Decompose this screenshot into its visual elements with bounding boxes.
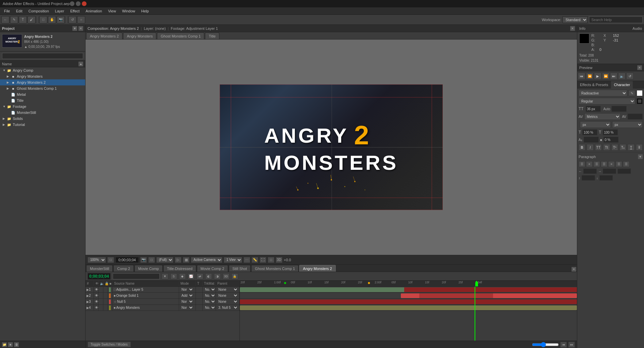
search-help-input[interactable] — [589, 16, 643, 23]
preview-first-frame[interactable]: ⏮ — [578, 73, 585, 79]
camera-select[interactable]: Active Camera — [191, 257, 222, 263]
font-color-btn[interactable] — [637, 90, 643, 96]
layer-2-tabmat[interactable]: No... — [203, 293, 216, 298]
tool-brush[interactable]: 🖌 — [28, 16, 36, 23]
layer-2-parent[interactable]: None — [216, 293, 239, 298]
menu-effect[interactable]: Effect — [67, 8, 82, 14]
timeline-search[interactable] — [113, 273, 160, 279]
preview-last-frame[interactable]: ⏭ — [610, 73, 618, 79]
layer-3-tabmat-select[interactable]: No... — [204, 299, 216, 304]
snapshot-btn[interactable]: 📷 — [140, 257, 147, 263]
menu-composition[interactable]: Composition — [26, 8, 52, 14]
tl-motion-blur[interactable]: ◐ — [205, 273, 212, 279]
tree-monsterstill[interactable]: 📄 MonsterStill — [0, 110, 85, 116]
layer-row-4[interactable]: ▶ 4 👁 ■ Angry Monsters — [86, 305, 239, 311]
layer-row-1[interactable]: ▶ 1 👁 □ Adjustm... Layer 5 — [86, 287, 239, 293]
paragraph-collapse[interactable]: ▼ — [638, 154, 643, 159]
tab-angry-monsters[interactable]: Angry Monsters — [123, 32, 156, 39]
preview-prev-frame[interactable]: ⏪ — [586, 73, 593, 79]
menu-help[interactable]: Help — [139, 8, 152, 14]
tree-footage[interactable]: ▼ 📁 Footage — [0, 103, 85, 110]
layer-4-mode[interactable]: Nor — [179, 305, 196, 310]
tl-expand-btn[interactable]: ▼ — [162, 273, 168, 279]
zoom-select[interactable]: 100% — [88, 257, 106, 263]
layer-2-tabmat-select[interactable]: No... — [204, 293, 216, 298]
layer-4-label[interactable] — [108, 305, 113, 310]
layer-4-mode-select[interactable]: Nor — [180, 305, 194, 310]
tracking-select[interactable]: Metrics — [584, 113, 621, 120]
align-left[interactable]: ☰ — [579, 161, 585, 167]
scale-v-input[interactable] — [603, 129, 618, 135]
go-to-end-btn[interactable]: ⏭ — [568, 342, 575, 348]
layer-4-parent[interactable]: 3. Null 5 — [216, 305, 239, 310]
layer-1-parent[interactable]: None — [216, 287, 239, 292]
auto-leading-input[interactable] — [611, 106, 627, 112]
project-search-input[interactable] — [2, 53, 83, 59]
menu-window[interactable]: Window — [119, 8, 138, 14]
tl-tab-angry-monsters-2[interactable]: Angry Monsters 2 — [299, 265, 335, 272]
layer-1-vis[interactable]: 👁 — [94, 287, 99, 292]
layer-2-vis[interactable]: 👁 — [94, 293, 99, 298]
project-new-comp[interactable]: ■ — [8, 342, 13, 347]
indent-left-input[interactable] — [583, 168, 597, 174]
tl-graph-editor[interactable]: 📈 — [188, 273, 195, 279]
tool-text[interactable]: T — [19, 16, 27, 23]
justify-left[interactable]: ☰ — [601, 161, 607, 167]
minimize-button[interactable] — [70, 1, 74, 6]
tool-pen[interactable]: ✎ — [10, 16, 18, 23]
tool-rotate[interactable]: ↺ — [68, 16, 76, 23]
font-select[interactable]: Radioactive — [579, 90, 627, 96]
layer-1-label[interactable] — [108, 287, 113, 292]
project-new-folder[interactable]: 📁 — [2, 342, 7, 347]
all-caps-btn[interactable]: TT — [595, 144, 602, 151]
tree-title[interactable]: 📄 Title — [0, 97, 85, 103]
superscript-btn[interactable]: Tⁿ — [611, 144, 618, 151]
tree-metal[interactable]: 📄 Metal — [0, 91, 85, 97]
unit-select[interactable]: px — [580, 121, 611, 128]
view-select[interactable]: 1 View — [224, 257, 242, 263]
layer-3-mode[interactable]: Nor — [179, 299, 196, 304]
tree-tutorial[interactable]: ▶ 📁 Tutorial — [0, 122, 85, 128]
menu-layer[interactable]: Layer — [52, 8, 67, 14]
layer-2-parent-select[interactable]: None — [217, 293, 238, 298]
layer-3-tabmat[interactable]: No... — [203, 299, 216, 304]
tl-draft-3d[interactable]: 3D — [223, 273, 229, 279]
preview-next-frame[interactable]: ⏩ — [602, 73, 609, 79]
tl-tab-ghost-monsters[interactable]: Ghost Monsters Comp 1 — [251, 265, 299, 272]
layer-row-3[interactable]: ▶ 3 👁 ☆ Null 5 — [86, 299, 239, 305]
layer-4-tabmat-select[interactable]: No... — [204, 305, 216, 310]
character-tab[interactable]: Character — [611, 81, 633, 88]
preview-audio-on[interactable]: 🔈 — [618, 73, 626, 79]
justify-center[interactable]: ≡ — [608, 161, 615, 167]
tl-solo-btn[interactable]: S — [170, 273, 177, 279]
indent-right-input[interactable] — [603, 168, 616, 174]
tsume-input[interactable] — [603, 137, 619, 143]
zoom-slider[interactable] — [532, 342, 559, 347]
tool-pan[interactable]: ✋ — [48, 16, 56, 23]
bold-btn[interactable]: B — [579, 144, 585, 151]
justify-all[interactable]: ☰ — [623, 161, 630, 167]
comp-header-close[interactable]: ✕ — [570, 26, 575, 31]
quality-select[interactable]: (Full) — [156, 257, 173, 263]
underline-btn[interactable]: T — [628, 144, 634, 151]
project-panel-close[interactable]: ✕ — [78, 26, 83, 31]
layer-row-2[interactable]: ▶ 2 👁 ■ Orange Solid 1 — [86, 293, 239, 299]
menu-view[interactable]: View — [105, 8, 119, 14]
project-panel-collapse[interactable]: ▼ — [72, 26, 77, 31]
menu-animation[interactable]: Animation — [83, 8, 105, 14]
layer-2-mode-select[interactable]: Add — [180, 293, 194, 298]
layer-2-label[interactable] — [108, 293, 113, 298]
tl-frame-blend[interactable]: ◑ — [214, 273, 221, 279]
tracking-input[interactable] — [628, 114, 643, 120]
tl-flow[interactable]: ⇄ — [197, 273, 203, 279]
tree-angry-monsters-2[interactable]: ▶ ■ Angry Monsters 2 — [0, 79, 85, 85]
tl-lock-btn[interactable]: 🔒 — [231, 273, 238, 279]
justify-right[interactable]: ☰ — [615, 161, 622, 167]
tree-angry-monsters[interactable]: ▶ ■ Angry Monsters — [0, 73, 85, 79]
fast-preview-btn[interactable]: ▷ — [175, 257, 181, 263]
tool-camera[interactable]: 📷 — [57, 16, 65, 23]
strikethrough-btn[interactable]: T — [636, 144, 643, 151]
italic-btn[interactable]: I — [587, 144, 593, 151]
tab-title[interactable]: Title — [205, 32, 219, 39]
tl-tab-still-shot[interactable]: Still Shot — [229, 265, 251, 272]
